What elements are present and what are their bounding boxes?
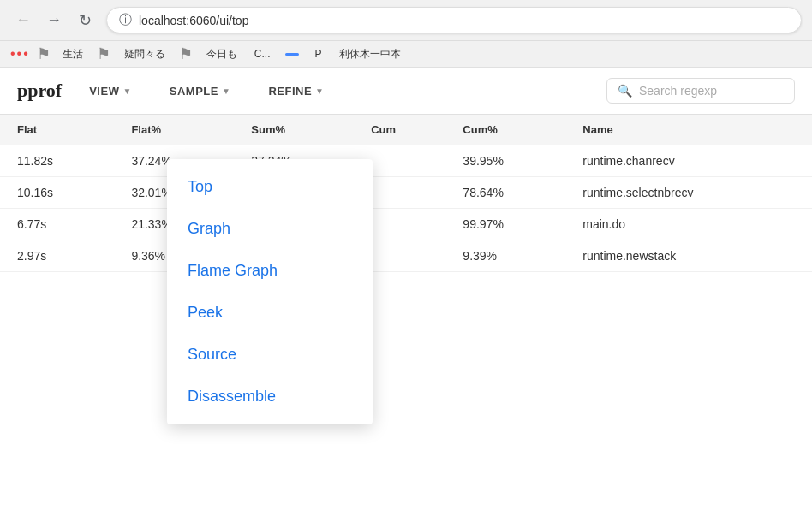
search-placeholder: Search regexp [639,84,717,98]
data-table: Flat Flat% Sum% Cum Cum% Name 11.82s 37.… [0,115,812,272]
dropdown-item-flame-graph[interactable]: Flame Graph [167,250,373,292]
dropdown-item-peek[interactable]: Peek [167,292,373,334]
nav-buttons: ← → ↻ [10,8,98,33]
cell-cum-pct: 99.97% [449,209,569,240]
flag-icon: ⚑ [37,44,51,63]
folder-icon-1: ⚑ [97,44,110,63]
browser-chrome: ← → ↻ ⓘ localhost:6060/ui/top [0,0,812,41]
url-display: localhost:6060/ui/top [139,14,248,27]
cell-flat: 2.97s [0,240,117,272]
app: pprof VIEW ▼ SAMPLE ▼ REFINE ▼ 🔍 Search … [0,68,812,522]
search-icon: 🔍 [618,84,632,98]
refine-arrow-icon: ▼ [315,86,324,96]
table-row: 6.77s 21.33% 90.58% 99.97% main.do [0,209,812,240]
forward-button[interactable]: → [41,8,67,33]
dots-icon: ••• [10,46,30,62]
app-logo: pprof [17,80,62,102]
table-row: 10.16s 32.01% 69.25% 78.64% runtime.sele… [0,177,812,209]
sample-label: SAMPLE [170,85,218,98]
cell-cum-pct: 9.39% [449,240,569,272]
address-bar[interactable]: ⓘ localhost:6060/ui/top [106,7,802,33]
cell-cum-pct: 78.64% [449,177,569,209]
col-cum: Cum [357,115,449,145]
table-row: 2.97s 9.36% 99.94% 9.39% runtime.newstac… [0,240,812,272]
bookmark-bar-indicator [285,53,299,56]
back-button[interactable]: ← [10,8,36,33]
refine-dropdown[interactable]: REFINE ▼ [258,80,334,103]
sample-arrow-icon: ▼ [222,86,230,96]
cell-cum-pct: 39.95% [449,145,569,177]
table-row: 11.82s 37.24% 37.24% 39.95% runtime.chan… [0,145,812,177]
bookmark-5[interactable]: Р [309,46,326,62]
bookmarks-bar: ••• ⚑ 生活 ⚑ 疑問々る ⚑ 今日も C... Р 利休木一中本 [0,41,812,68]
cell-name: main.do [569,209,812,240]
cell-flat: 10.16s [0,177,117,209]
refresh-button[interactable]: ↻ [72,8,98,33]
app-header: pprof VIEW ▼ SAMPLE ▼ REFINE ▼ 🔍 Search … [0,68,812,115]
bookmark-1[interactable]: 生活 [57,45,88,63]
dropdown-item-source[interactable]: Source [167,334,373,376]
view-label: VIEW [89,85,119,98]
cell-name: runtime.newstack [569,240,812,272]
col-flat-pct: Flat% [117,115,237,145]
dropdown-item-disassemble[interactable]: Disassemble [167,376,373,418]
dropdown-item-top[interactable]: Top [167,166,373,208]
view-arrow-icon: ▼ [122,86,131,96]
refine-label: REFINE [268,85,312,98]
bookmark-6[interactable]: 利休木一中本 [334,45,406,63]
col-name: Name [569,115,812,145]
cell-flat: 6.77s [0,209,117,240]
folder-icon-2: ⚑ [179,44,193,63]
search-box[interactable]: 🔍 Search regexp [606,78,795,104]
view-dropdown-menu: TopGraphFlame GraphPeekSourceDisassemble [167,159,373,424]
view-dropdown[interactable]: VIEW ▼ [79,80,142,103]
cell-name: runtime.selectnbrecv [569,177,812,209]
bookmark-4[interactable]: C... [249,46,276,62]
bookmark-3[interactable]: 今日も [201,45,242,63]
col-flat: Flat [0,115,117,145]
bookmark-2[interactable]: 疑問々る [119,45,170,63]
dropdown-item-graph[interactable]: Graph [167,208,373,250]
cell-flat: 11.82s [0,145,117,177]
col-sum-pct: Sum% [237,115,357,145]
table-container: Flat Flat% Sum% Cum Cum% Name 11.82s 37.… [0,115,812,522]
sample-dropdown[interactable]: SAMPLE ▼ [159,80,242,103]
info-icon: ⓘ [119,12,132,28]
col-cum-pct: Cum% [449,115,569,145]
browser-toolbar: ← → ↻ ⓘ localhost:6060/ui/top [10,7,802,33]
cell-name: runtime.chanrecv [569,145,812,177]
table-header-row: Flat Flat% Sum% Cum Cum% Name [0,115,812,145]
